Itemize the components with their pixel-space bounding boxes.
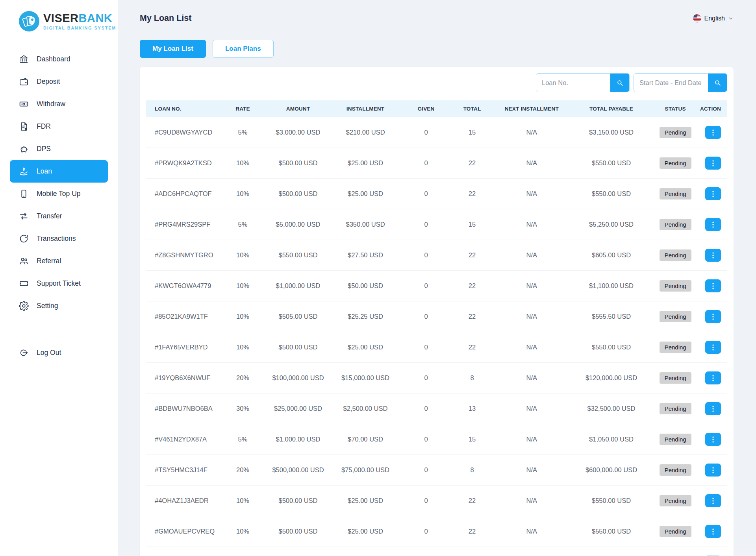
language-selector[interactable]: English	[693, 14, 734, 22]
amount-cell: $5,000.00 USD	[268, 209, 328, 240]
ticket-icon	[19, 279, 29, 288]
sidebar-item-withdraw[interactable]: Withdraw	[10, 93, 108, 115]
action-cell	[697, 117, 727, 148]
next-installment-cell: N/A	[495, 424, 569, 455]
table-row: #85O21KA9W1TF 10% $505.00 USD $25.25 USD…	[146, 301, 727, 332]
total-cell: 22	[450, 547, 495, 556]
sidebar-item-setting[interactable]: Setting	[10, 295, 108, 317]
total-cell: 22	[450, 148, 495, 179]
total-cell: 22	[450, 240, 495, 271]
row-actions-button[interactable]	[705, 433, 721, 446]
sidebar-item-mobile-top-up[interactable]: Mobile Top Up	[10, 183, 108, 205]
column-header-installment: Installment	[328, 100, 402, 117]
vertical-ellipsis-icon	[710, 375, 716, 382]
topbar: My Loan List	[140, 13, 734, 23]
sidebar-item-dashboard[interactable]: Dashboard	[10, 48, 108, 70]
total-payable-cell: $550.00 USD	[569, 332, 654, 363]
row-actions-button[interactable]	[705, 218, 721, 231]
table-row: #V461N2YDX87A 5% $1,000.00 USD $70.00 US…	[146, 424, 727, 455]
row-actions-button[interactable]	[705, 126, 721, 139]
action-cell	[697, 455, 727, 486]
amount-cell: $500.00 USD	[268, 332, 328, 363]
row-actions-button[interactable]	[705, 310, 721, 323]
rate-cell: 5%	[218, 117, 268, 148]
sidebar-item-label: Dashboard	[37, 55, 70, 63]
us-flag-icon	[693, 14, 701, 22]
row-actions-button[interactable]	[705, 341, 721, 354]
total-cell: 22	[450, 486, 495, 516]
sidebar-item-label: DPS	[37, 145, 51, 153]
row-actions-button[interactable]	[705, 371, 721, 384]
status-cell: Pending	[654, 393, 697, 424]
date-range-filter	[634, 73, 727, 92]
table-row: #PRWQK9A2TKSD 10% $500.00 USD $25.00 USD…	[146, 148, 727, 179]
sidebar-item-fdr[interactable]: FDR	[10, 115, 108, 138]
main-content: My Loan List	[118, 0, 756, 556]
status-badge: Pending	[660, 342, 691, 353]
loan-no-input[interactable]	[536, 74, 610, 92]
given-cell: 0	[402, 209, 450, 240]
amount-cell: $1,000.00 USD	[268, 424, 328, 455]
brand-name-primary: VISER	[43, 12, 79, 24]
status-badge: Pending	[660, 157, 691, 169]
row-actions-button[interactable]	[705, 464, 721, 477]
smartphone-icon	[19, 189, 29, 199]
rate-cell: 10%	[218, 547, 268, 556]
status-cell: Pending	[654, 424, 697, 455]
loan-no-cell: #PRG4MRS29SPF	[146, 209, 218, 240]
amount-cell: $25,000.00 USD	[268, 393, 328, 424]
loan-no-cell: #1FAY65VERBYD	[146, 332, 218, 363]
status-badge: Pending	[660, 526, 691, 537]
sidebar-item-referral[interactable]: Referral	[10, 250, 108, 272]
row-actions-button[interactable]	[705, 402, 721, 415]
given-cell: 0	[402, 516, 450, 547]
vertical-ellipsis-icon	[710, 497, 716, 504]
installment-cell: $50.00 USD	[328, 271, 402, 301]
next-installment-cell: N/A	[495, 209, 569, 240]
total-cell: 22	[450, 516, 495, 547]
refresh-icon	[19, 234, 29, 244]
tab-my-loan-list[interactable]: My Loan List	[140, 40, 206, 58]
row-actions-button[interactable]	[705, 187, 721, 200]
tab-loan-plans[interactable]: Loan Plans	[213, 40, 274, 58]
given-cell: 0	[402, 148, 450, 179]
sidebar-item-loan[interactable]: Loan	[10, 160, 108, 183]
installment-cell: $2,500.00 USD	[328, 547, 402, 556]
sidebar-item-label: Setting	[37, 302, 58, 310]
table-row: #1FAY65VERBYD 10% $500.00 USD $25.00 USD…	[146, 332, 727, 363]
status-badge: Pending	[660, 311, 691, 322]
row-actions-button[interactable]	[705, 249, 721, 262]
installment-cell: $25.25 USD	[328, 301, 402, 332]
loan-no-cell: #9Q995PYHNSJG	[146, 547, 218, 556]
status-cell: Pending	[654, 271, 697, 301]
rate-cell: 10%	[218, 486, 268, 516]
date-range-input[interactable]	[634, 74, 708, 92]
table-row: #Z8GSHNMYTGRO 10% $550.00 USD $27.50 USD…	[146, 240, 727, 271]
row-actions-button[interactable]	[705, 494, 721, 507]
status-cell: Pending	[654, 148, 697, 179]
row-actions-button[interactable]	[705, 525, 721, 538]
sidebar-item-transactions[interactable]: Transactions	[10, 227, 108, 250]
sidebar-item-transfer[interactable]: Transfer	[10, 205, 108, 227]
installment-cell: $25.00 USD	[328, 332, 402, 363]
filters-row	[146, 73, 727, 92]
brand-logo[interactable]: VISERBANK DIGITAL BANKING SYSTEM	[0, 11, 118, 31]
given-cell: 0	[402, 363, 450, 393]
sidebar-item-deposit[interactable]: Deposit	[10, 70, 108, 93]
installment-cell: $350.00 USD	[328, 209, 402, 240]
total-payable-cell: $550.00 USD	[569, 179, 654, 209]
rate-cell: 10%	[218, 301, 268, 332]
sidebar-item-log-out[interactable]: Log Out	[10, 342, 108, 364]
next-installment-cell: N/A	[495, 301, 569, 332]
status-cell: Pending	[654, 363, 697, 393]
date-range-search-button[interactable]	[708, 74, 727, 92]
piggy-bank-icon	[19, 144, 29, 154]
table-row: #GMOAUEPCVREQ 10% $500.00 USD $25.00 USD…	[146, 516, 727, 547]
sidebar-item-dps[interactable]: DPS	[10, 138, 108, 160]
row-actions-button[interactable]	[705, 157, 721, 170]
sidebar-item-support-ticket[interactable]: Support Ticket	[10, 272, 108, 295]
row-actions-button[interactable]	[705, 279, 721, 292]
given-cell: 0	[402, 179, 450, 209]
status-badge: Pending	[660, 464, 691, 476]
loan-no-search-button[interactable]	[610, 74, 629, 92]
